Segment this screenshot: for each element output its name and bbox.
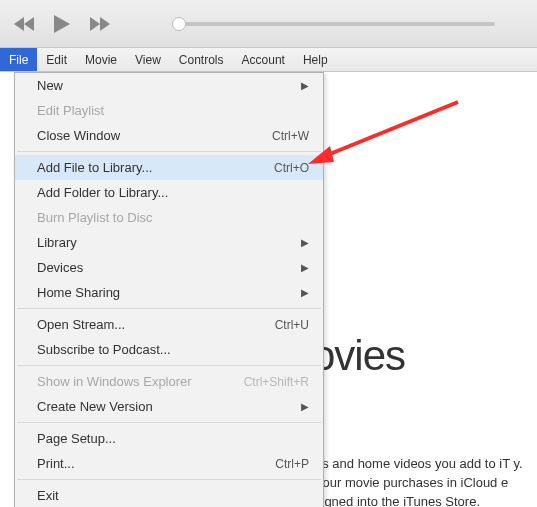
chevron-right-icon: ▶ <box>301 287 309 298</box>
page-title: ovies <box>312 332 405 380</box>
menu-shortcut: Ctrl+O <box>274 161 309 175</box>
menu-item-label: Subscribe to Podcast... <box>37 342 171 357</box>
chevron-right-icon: ▶ <box>301 262 309 273</box>
menu-item-label: Add File to Library... <box>37 160 152 175</box>
player-controls <box>12 12 112 36</box>
menu-item-new[interactable]: New▶ <box>15 73 323 98</box>
menubar-item-account[interactable]: Account <box>233 48 294 71</box>
prev-button[interactable] <box>12 12 36 36</box>
menubar-item-edit[interactable]: Edit <box>37 48 76 71</box>
menu-item-home-sharing[interactable]: Home Sharing▶ <box>15 280 323 305</box>
menu-item-label: Page Setup... <box>37 431 116 446</box>
menu-shortcut: Ctrl+Shift+R <box>244 375 309 389</box>
menu-item-create-new-version[interactable]: Create New Version▶ <box>15 394 323 419</box>
menu-item-page-setup[interactable]: Page Setup... <box>15 426 323 451</box>
menubar-item-controls[interactable]: Controls <box>170 48 233 71</box>
menubar-item-help[interactable]: Help <box>294 48 337 71</box>
menu-shortcut: Ctrl+P <box>275 457 309 471</box>
menu-separator <box>17 479 321 480</box>
menu-item-label: Print... <box>37 456 75 471</box>
menu-item-devices[interactable]: Devices▶ <box>15 255 323 280</box>
fastforward-icon <box>90 17 110 31</box>
chevron-right-icon: ▶ <box>301 237 309 248</box>
menu-shortcut: Ctrl+U <box>275 318 309 332</box>
menu-item-exit[interactable]: Exit <box>15 483 323 507</box>
menu-separator <box>17 308 321 309</box>
menu-item-label: Create New Version <box>37 399 153 414</box>
play-button[interactable] <box>50 12 74 36</box>
menu-item-label: Burn Playlist to Disc <box>37 210 153 225</box>
menu-item-print[interactable]: Print...Ctrl+P <box>15 451 323 476</box>
menu-item-add-file-to-library[interactable]: Add File to Library...Ctrl+O <box>15 155 323 180</box>
next-button[interactable] <box>88 12 112 36</box>
rewind-icon <box>14 17 34 31</box>
menubar-item-file[interactable]: File <box>0 48 37 71</box>
player-toolbar <box>0 0 537 48</box>
menu-item-burn-playlist-to-disc: Burn Playlist to Disc <box>15 205 323 230</box>
menu-item-label: Close Window <box>37 128 120 143</box>
menu-item-label: Library <box>37 235 77 250</box>
body-text: es and home videos you add to iT y. Your… <box>315 455 533 507</box>
file-menu-dropdown: New▶Edit PlaylistClose WindowCtrl+WAdd F… <box>14 72 324 507</box>
menu-item-subscribe-to-podcast[interactable]: Subscribe to Podcast... <box>15 337 323 362</box>
menu-item-label: Show in Windows Explorer <box>37 374 192 389</box>
menu-item-label: Add Folder to Library... <box>37 185 168 200</box>
progress-slider[interactable] <box>172 22 495 26</box>
menu-separator <box>17 365 321 366</box>
menu-item-library[interactable]: Library▶ <box>15 230 323 255</box>
menubar: FileEditMovieViewControlsAccountHelp <box>0 48 537 72</box>
menu-shortcut: Ctrl+W <box>272 129 309 143</box>
menu-item-label: Home Sharing <box>37 285 120 300</box>
progress-knob[interactable] <box>172 17 186 31</box>
menu-item-close-window[interactable]: Close WindowCtrl+W <box>15 123 323 148</box>
menubar-item-movie[interactable]: Movie <box>76 48 126 71</box>
play-icon <box>54 15 70 33</box>
chevron-right-icon: ▶ <box>301 80 309 91</box>
menu-item-label: Open Stream... <box>37 317 125 332</box>
menu-separator <box>17 151 321 152</box>
menu-item-label: Devices <box>37 260 83 275</box>
menubar-item-view[interactable]: View <box>126 48 170 71</box>
menu-item-open-stream[interactable]: Open Stream...Ctrl+U <box>15 312 323 337</box>
menu-item-label: Exit <box>37 488 59 503</box>
menu-item-label: New <box>37 78 63 93</box>
menu-item-show-in-windows-explorer: Show in Windows ExplorerCtrl+Shift+R <box>15 369 323 394</box>
menu-item-edit-playlist: Edit Playlist <box>15 98 323 123</box>
menu-item-label: Edit Playlist <box>37 103 104 118</box>
menu-item-add-folder-to-library[interactable]: Add Folder to Library... <box>15 180 323 205</box>
menu-separator <box>17 422 321 423</box>
chevron-right-icon: ▶ <box>301 401 309 412</box>
